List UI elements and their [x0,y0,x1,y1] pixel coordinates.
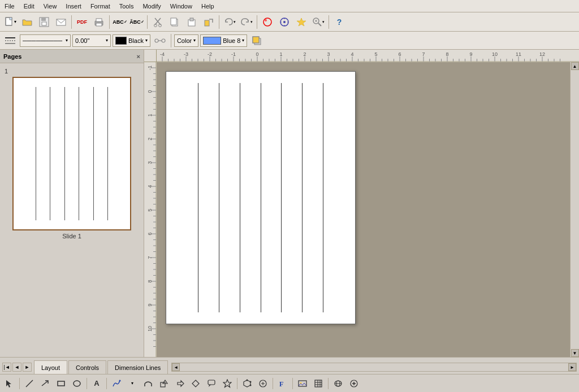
export-pdf-button[interactable]: PDF [74,14,90,30]
glue-points-button[interactable] [256,376,270,391]
svg-point-36 [155,39,158,42]
separator [219,15,219,29]
points-tool-button[interactable] [240,376,254,391]
thumb-line [94,87,109,220]
menu-edit[interactable]: Edit [19,2,39,11]
insert-image-button[interactable] [295,376,310,391]
flowchart-button[interactable] [188,376,203,391]
menu-insert[interactable]: Insert [61,2,86,11]
slide-container [166,71,356,324]
spellcheck-button[interactable]: ABC✓ [112,14,128,30]
spellcheck-auto-button[interactable]: ÃBC✓ [129,14,145,30]
more-tools-button[interactable] [347,376,361,391]
undo-button[interactable]: ▾ [222,14,237,30]
menu-modify[interactable]: Modify [138,2,165,11]
callouts-button[interactable] [204,376,219,391]
right-scrollbar[interactable]: ▲ ▼ [570,62,579,357]
svg-rect-6 [42,22,46,25]
open-button[interactable] [19,14,35,30]
ellipse-tool-button[interactable] [70,376,84,391]
cut-button[interactable] [150,14,166,30]
page-number-1: 1 [5,68,8,75]
stars-button[interactable] [220,376,235,391]
new-button[interactable]: ▾ [2,14,18,30]
toolbar-main: ▾ PDF ABC✓ ÃBC✓ ▾ ▾ [0,12,579,32]
draw-functions-button[interactable] [260,14,275,30]
slide-thumbnail-1[interactable] [12,77,131,230]
fill-color-swatch [203,37,221,45]
separator [292,378,293,389]
scroll-right-button[interactable]: ► [568,363,576,371]
svg-line-42 [26,380,33,387]
line-tool-button[interactable] [22,376,37,391]
block-arrows-button[interactable] [172,376,187,391]
shadow-button[interactable] [249,33,265,49]
tab-controls[interactable]: Controls [68,360,106,374]
thumb-line [21,87,36,220]
bottom-scrollbar[interactable]: ◄ ► [171,363,577,372]
tab-scroll-next[interactable]: ► [23,363,32,372]
text-tool-button[interactable]: A [89,376,104,391]
fill-type-select[interactable]: Color ▾ [174,34,198,47]
menu-window[interactable]: Window [166,2,197,11]
line-arrow-tool-button[interactable] [38,376,53,391]
tab-dimension-lines[interactable]: Dimension Lines [107,360,168,374]
rect-tool-button[interactable] [54,376,68,391]
redo-button[interactable]: ▾ [239,14,254,30]
paste-button[interactable] [184,14,200,30]
help-button[interactable]: ? [331,14,347,30]
freehand-tool-button[interactable] [109,376,124,391]
tab-layout[interactable]: Layout [34,360,67,374]
svg-marker-51 [178,381,184,386]
pages-close-button[interactable]: × [137,53,140,60]
page-thumb-1: 1 Slide 1 [5,68,139,239]
connectors-tool-button[interactable] [141,376,155,391]
clone-button[interactable] [201,14,217,30]
zoom-button[interactable]: ▾ [310,14,326,30]
save-button[interactable] [36,14,52,30]
find-bar-button[interactable] [293,14,309,30]
bottom-toolbar: A ▾ F [0,374,579,392]
navigator-button[interactable] [276,14,292,30]
menu-format[interactable]: Format [86,2,115,11]
svg-marker-56 [244,380,250,387]
menu-view[interactable]: View [39,2,62,11]
connector-icon[interactable] [152,33,168,49]
email-button[interactable] [53,14,69,30]
menu-file[interactable]: File [0,2,19,11]
select-tool-button[interactable] [2,376,17,391]
slide-vline [198,83,219,312]
svg-rect-19 [205,20,209,26]
ruler-corner [144,50,157,62]
effects-button[interactable] [331,376,345,391]
line-style-icon[interactable] [2,33,18,49]
menu-help[interactable]: Help [197,2,219,11]
insert-table-button[interactable] [311,376,326,391]
separator [109,15,110,29]
slide-area[interactable] [157,62,570,357]
separator [329,15,329,29]
line-style-select[interactable]: ───────── ▾ [20,34,71,47]
svg-rect-5 [41,18,46,21]
tab-scroll-first[interactable]: |◄ [2,363,11,372]
menubar: File Edit View Insert Format Tools Modif… [0,0,579,12]
scroll-down-button[interactable]: ▼ [571,349,579,357]
svg-rect-10 [96,23,102,26]
basic-shapes-button[interactable] [157,376,171,391]
copy-button[interactable] [167,14,183,30]
line-width-input[interactable]: 0.00" ▾ [72,34,111,47]
svg-marker-55 [223,380,231,387]
print-button[interactable] [91,14,107,30]
separator [106,378,107,389]
fill-color-select[interactable]: Blue 8 ▾ [200,34,247,47]
scroll-up-button[interactable]: ▲ [571,62,579,70]
line-color-select[interactable]: Black ▾ [113,34,150,47]
pages-panel: Pages × 1 Slide 1 [0,50,144,357]
slide-page-1[interactable] [166,71,356,324]
menu-tools[interactable]: Tools [115,2,139,11]
thumb-line [65,87,80,220]
freehand-dropdown-button[interactable]: ▾ [125,376,140,391]
tab-scroll-prev[interactable]: ◄ [12,363,21,372]
fontwork-button[interactable]: F [275,376,290,391]
scroll-left-button[interactable]: ◄ [172,363,180,371]
